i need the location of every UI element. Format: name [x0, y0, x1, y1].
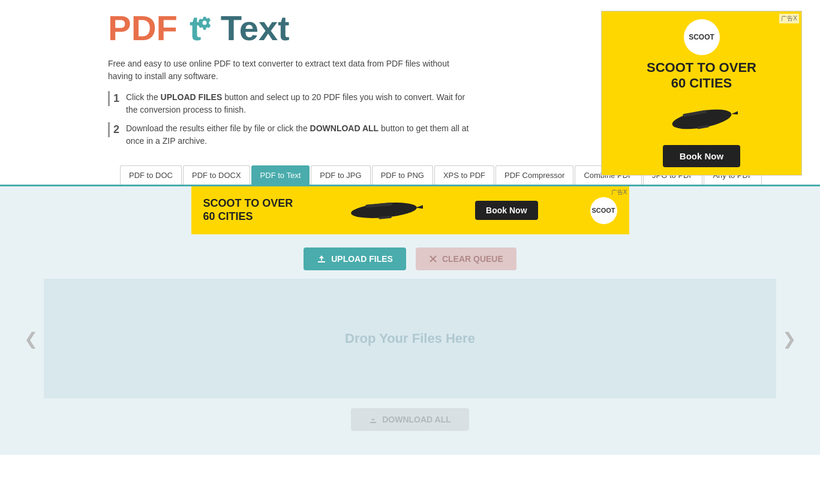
clear-button[interactable]: CLEAR QUEUE [416, 248, 516, 270]
svg-point-0 [671, 106, 732, 133]
download-icon [369, 415, 377, 424]
nav-tab-pdf-to-doc[interactable]: PDF to DOC [120, 165, 182, 185]
ad-top-label: 广告X [779, 14, 799, 23]
upload-icon [317, 254, 326, 264]
ad-h-plane-icon [345, 192, 423, 228]
ad-h-text: SCOOT TO OVER 60 CITIES [203, 197, 293, 223]
step-2-bold: DOWNLOAD ALL [310, 123, 379, 133]
nav-tab-xps-to-pdf[interactable]: XPS to PDF [434, 165, 494, 185]
step-1-num: 1 [108, 91, 126, 106]
nav-tab-pdf-compressor[interactable]: PDF Compressor [495, 165, 573, 185]
step-1-text: Click the UPLOAD FILES button and select… [126, 91, 474, 116]
nav-tab-pdf-to-docx[interactable]: PDF to DOCX [183, 165, 250, 185]
ad-banner-horizontal: 广告X SCOOT TO OVER 60 CITIES Book Now [191, 186, 629, 234]
next-arrow[interactable]: ❯ [776, 329, 802, 349]
clear-icon [429, 255, 437, 263]
description-area: Free and easy to use online PDF to text … [0, 52, 492, 165]
ad-h-label: 广告X [611, 188, 627, 197]
download-area: DOWNLOAD ALL [0, 408, 820, 431]
step-1-bold: UPLOAD FILES [161, 92, 223, 102]
page-wrapper: PDF t Text EnglishEspañolFrançaisDeutsch… [0, 0, 820, 504]
ad-top-plane-icon [666, 98, 738, 140]
step-2-num: 2 [108, 122, 126, 137]
ad-top-headline: SCOOT TO OVER 60 CITIES [647, 60, 756, 92]
logo-to: t [180, 11, 221, 46]
ad-h-scoot-logo: scoot [590, 197, 617, 224]
nav-tab-pdf-to-png[interactable]: PDF to PNG [372, 165, 433, 185]
step-2-text: Download the results either file by file… [126, 122, 474, 147]
ad-top-book-button[interactable]: Book Now [663, 145, 740, 167]
ad-banner-top: 广告X scoot SCOOT TO OVER 60 CITIES Book N… [601, 11, 802, 176]
upload-area: UPLOAD FILES CLEAR QUEUE [0, 234, 820, 270]
description-intro: Free and easy to use online PDF to text … [108, 58, 474, 83]
logo-pdf: PDF [108, 11, 178, 46]
logo-area: PDF t Text [108, 11, 292, 46]
upload-button[interactable]: UPLOAD FILES [304, 248, 406, 270]
prev-arrow[interactable]: ❮ [18, 329, 44, 349]
svg-marker-1 [731, 109, 738, 117]
download-all-button[interactable]: DOWNLOAD ALL [351, 408, 469, 431]
logo-text: Text [221, 11, 290, 46]
drop-zone-wrapper: ❮ Drop Your Files Here ❯ [18, 279, 802, 399]
main-content: 广告X SCOOT TO OVER 60 CITIES Book Now [0, 186, 820, 455]
nav-tab-pdf-to-jpg[interactable]: PDF to JPG [311, 165, 370, 185]
logo-gear-icon [197, 16, 212, 30]
step-2: 2 Download the results either file by fi… [108, 122, 474, 147]
ad-scoot-logo: scoot [684, 19, 720, 55]
nav-tab-pdf-to-text[interactable]: PDF to Text [251, 165, 310, 185]
drop-text: Drop Your Files Here [345, 331, 475, 346]
ad-h-book-button[interactable]: Book Now [475, 201, 537, 220]
drop-zone[interactable]: Drop Your Files Here [44, 279, 776, 399]
step-1: 1 Click the UPLOAD FILES button and sele… [108, 91, 474, 116]
